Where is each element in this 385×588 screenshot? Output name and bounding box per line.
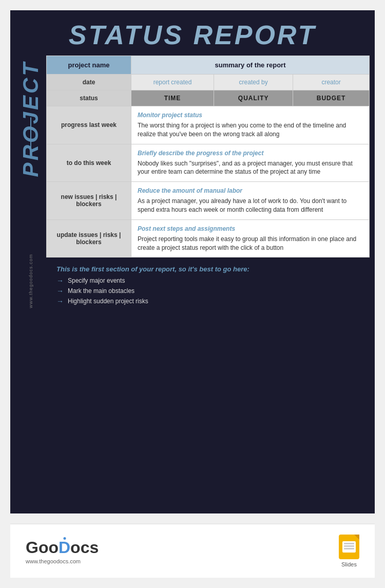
footer-notes: This is the first section of your report… bbox=[46, 258, 370, 313]
footer-items: →Specify major events→Mark the main obst… bbox=[56, 277, 359, 305]
logo-url: www.thegoodocs.com bbox=[26, 558, 99, 564]
slides-icon-area: Slides bbox=[339, 535, 359, 567]
row-label-2: new issues | risks | blockers bbox=[47, 182, 131, 220]
title-area: STATUS REPORT bbox=[10, 10, 375, 56]
row-content-2: Reduce the amount of manual laborAs a pr… bbox=[131, 182, 370, 220]
page-title: STATUS REPORT bbox=[15, 20, 370, 50]
footer-item-text-0: Specify major events bbox=[68, 277, 125, 284]
content-title-0: Monitor project status bbox=[138, 112, 363, 119]
table-row: update issues | risks | blockersPost nex… bbox=[47, 219, 370, 258]
status-quality: QUALITY bbox=[214, 90, 293, 106]
sidebar-label: PROJECT bbox=[15, 56, 46, 182]
slides-line-3 bbox=[344, 548, 354, 549]
row-content-3: Post next steps and assignmentsProject r… bbox=[131, 219, 370, 258]
status-label: status bbox=[47, 90, 131, 106]
sidebar-url: www.thegoodocs.com bbox=[28, 254, 33, 308]
header-project-name: project name bbox=[47, 56, 131, 75]
sidebar-container: PROJECT www.thegoodocs.com bbox=[15, 56, 46, 313]
slides-inner bbox=[342, 541, 356, 553]
table-wrapper: project name summary of the report date … bbox=[46, 56, 370, 313]
content-title-1: Briefly describe the progress of the pro… bbox=[138, 150, 363, 157]
row-content-1: Briefly describe the progress of the pro… bbox=[131, 144, 370, 182]
slides-line-2 bbox=[344, 545, 354, 547]
status-budget: BUDGET bbox=[293, 90, 370, 106]
logo-text: GooDocs bbox=[26, 538, 99, 557]
table-row: to do this weekBriefly describe the prog… bbox=[47, 144, 370, 182]
date-label: date bbox=[47, 75, 131, 90]
row-content-0: Monitor project statusThe worst thing fo… bbox=[131, 106, 370, 144]
main-section: STATUS REPORT PROJECT www.thegoodocs.com… bbox=[10, 10, 375, 513]
content-text-3: Project reporting tools make it easy to … bbox=[138, 235, 363, 252]
table-row: new issues | risks | blockersReduce the … bbox=[47, 182, 370, 220]
content-text-2: As a project manager, you already have a… bbox=[138, 197, 363, 214]
content-text-0: The worst thing for a project is when yo… bbox=[138, 121, 363, 139]
date-creator: creator bbox=[293, 75, 370, 90]
logo-d: D bbox=[59, 538, 70, 557]
date-created-by: created by bbox=[214, 75, 293, 90]
footer-item-0: →Specify major events bbox=[56, 277, 359, 285]
logo-ocs: ocs bbox=[70, 538, 99, 557]
arrow-icon-2: → bbox=[56, 297, 64, 305]
status-table: project name summary of the report date … bbox=[46, 56, 370, 258]
content-text-1: Nobody likes such "surprises", and as a … bbox=[138, 159, 363, 177]
slides-badge bbox=[339, 535, 359, 559]
content-title-3: Post next steps and assignments bbox=[138, 225, 363, 232]
bottom-bar: GooDocs www.thegoodocs.com Slides bbox=[10, 524, 375, 578]
row-label-0: progress last week bbox=[47, 106, 131, 144]
footer-item-text-2: Highlight sudden project risks bbox=[68, 298, 148, 305]
logo-goo: Goo bbox=[26, 538, 59, 557]
arrow-icon-1: → bbox=[56, 287, 64, 295]
page-wrapper: STATUS REPORT PROJECT www.thegoodocs.com… bbox=[0, 0, 385, 588]
table-header-row: project name summary of the report bbox=[47, 56, 370, 75]
row-label-1: to do this week bbox=[47, 144, 131, 182]
footer-item-1: →Mark the main obstacles bbox=[56, 287, 359, 295]
date-report-created: report created bbox=[131, 75, 214, 90]
table-row: progress last weekMonitor project status… bbox=[47, 106, 370, 144]
header-summary: summary of the report bbox=[131, 56, 370, 75]
table-status-row: status TIME QUALITY BUDGET bbox=[47, 90, 370, 106]
slides-label: Slides bbox=[341, 561, 357, 567]
row-label-3: update issues | risks | blockers bbox=[47, 219, 131, 258]
logo-dot bbox=[63, 537, 66, 540]
footer-item-text-1: Mark the main obstacles bbox=[68, 287, 134, 295]
arrow-icon-0: → bbox=[56, 277, 64, 285]
status-time: TIME bbox=[131, 90, 214, 106]
content-title-2: Reduce the amount of manual labor bbox=[138, 187, 363, 194]
footer-title: This is the first section of your report… bbox=[56, 265, 359, 273]
footer-item-2: →Highlight sudden project risks bbox=[56, 298, 359, 305]
content-area: PROJECT www.thegoodocs.com project name … bbox=[10, 56, 375, 313]
slides-line-1 bbox=[344, 543, 354, 544]
table-date-row: date report created created by creator bbox=[47, 75, 370, 90]
logo-area: GooDocs www.thegoodocs.com bbox=[26, 538, 99, 564]
